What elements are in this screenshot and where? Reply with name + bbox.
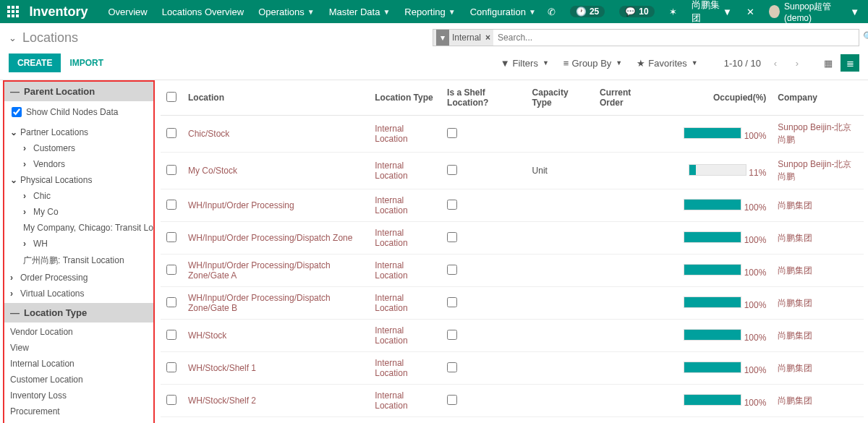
row-checkbox[interactable] — [166, 330, 176, 340]
location-type-item[interactable]: Procurement — [4, 403, 153, 419]
shelf-checkbox[interactable] — [447, 330, 457, 340]
section-location-type[interactable]: —Location Type — [4, 303, 153, 322]
remove-chip-icon[interactable]: × — [485, 33, 490, 43]
table-row[interactable]: WH/StockInternal Location 100%尚鹏集团 — [161, 320, 864, 352]
nav-overview[interactable]: Overview — [101, 0, 155, 23]
pager-prev-icon[interactable]: ‹ — [768, 56, 783, 70]
shelf-checkbox[interactable] — [447, 297, 457, 307]
location-link[interactable]: WH/Input/Order Processing/Dispatch Zone — [188, 233, 352, 243]
tree-item[interactable]: Partner Locations — [4, 124, 153, 140]
company-link[interactable]: 尚鹏集团 — [778, 396, 812, 406]
tree-item[interactable]: 广州尚鹏: Transit Location — [4, 252, 153, 270]
row-checkbox[interactable] — [166, 128, 176, 138]
search-input[interactable] — [493, 33, 859, 43]
table-row[interactable]: WH/Stock/Shelf 2Internal Location 100%尚鹏… — [161, 385, 864, 417]
location-link[interactable]: WH/Input/Order Processing/Dispatch Zone/… — [188, 260, 331, 281]
company-link[interactable]: Sunpop Beijin-北京尚鹏 — [778, 122, 851, 145]
groupby-menu[interactable]: ≡Group By▼ — [563, 58, 622, 69]
chevron-right-icon[interactable] — [23, 239, 30, 249]
location-link[interactable]: WH/Input/Order Processing/Dispatch Zone/… — [188, 293, 331, 313]
location-link[interactable]: My Co/Stock — [188, 166, 237, 176]
tree-item[interactable]: Virtual Locations — [4, 286, 153, 302]
import-button[interactable]: IMPORT — [61, 54, 112, 72]
row-checkbox[interactable] — [166, 297, 176, 307]
row-checkbox[interactable] — [166, 265, 176, 275]
company-link[interactable]: 尚鹏集团 — [778, 233, 812, 243]
chevron-right-icon[interactable] — [10, 273, 17, 283]
section-parent-location[interactable]: —Parent Location — [4, 82, 153, 101]
shelf-checkbox[interactable] — [447, 232, 457, 242]
close-icon[interactable]: ✕ — [742, 0, 759, 23]
create-button[interactable]: CREATE — [9, 54, 61, 72]
location-link[interactable]: WH/Stock/Shelf 2 — [188, 396, 256, 406]
tree-item[interactable]: Order Processing — [4, 270, 153, 286]
company-link[interactable]: 尚鹏集团 — [778, 363, 812, 373]
filters-menu[interactable]: ▼Filters▼ — [501, 58, 549, 69]
table-row[interactable]: WH/Input/Order Processing/Dispatch Zone/… — [161, 255, 864, 287]
table-row[interactable]: WH/Input/Order ProcessingInternal Locati… — [161, 189, 864, 222]
pager-next-icon[interactable]: › — [790, 56, 804, 70]
show-child-checkbox[interactable] — [12, 107, 22, 117]
location-link[interactable]: Chic/Stock — [188, 129, 229, 139]
table-row[interactable]: WH/Stock/Shelf 2/Small RefrigeratorInter… — [161, 417, 864, 424]
table-row[interactable]: WH/Input/Order Processing/Dispatch Zone/… — [161, 287, 864, 320]
row-checkbox[interactable] — [166, 232, 176, 242]
table-row[interactable]: Chic/StockInternal Location 100%Sunpop B… — [161, 116, 864, 153]
location-link[interactable]: WH/Stock — [188, 330, 226, 341]
shelf-checkbox[interactable] — [447, 362, 457, 372]
user-menu[interactable]: Sunpop超管(demo) ▼ — [765, 0, 864, 23]
shelf-checkbox[interactable] — [447, 128, 457, 138]
chevron-down-icon[interactable] — [10, 175, 17, 185]
col-occupied[interactable]: Occupied(%) — [655, 80, 772, 116]
shelf-checkbox[interactable] — [447, 395, 457, 405]
tree-item[interactable]: My Company, Chicago: Transit Location — [4, 220, 153, 236]
shelf-checkbox[interactable] — [447, 265, 457, 275]
company-link[interactable]: 尚鹏集团 — [778, 200, 812, 210]
debug-icon[interactable]: ✶ — [665, 0, 681, 23]
nav-configuration[interactable]: Configuration▼ — [463, 0, 543, 23]
chevron-right-icon[interactable] — [23, 207, 30, 217]
row-checkbox[interactable] — [166, 395, 176, 405]
tree-item[interactable]: Customers — [4, 140, 153, 156]
show-child-nodes-row[interactable]: Show Child Nodes Data — [4, 101, 153, 123]
nav-master-data[interactable]: Master Data▼ — [322, 0, 398, 23]
col-location-type[interactable]: Location Type — [369, 80, 441, 116]
search-chip-internal[interactable]: ▾ Internal × — [433, 30, 493, 46]
nav-reporting[interactable]: Reporting▼ — [397, 0, 462, 23]
search-box[interactable]: ▾ Internal × 🔍 — [433, 29, 859, 46]
row-checkbox[interactable] — [166, 165, 176, 175]
tree-item[interactable]: Vendors — [4, 156, 153, 172]
col-location[interactable]: Location — [182, 80, 369, 116]
select-all-checkbox[interactable] — [166, 92, 176, 102]
table-row[interactable]: My Co/StockInternal LocationUnit 11%Sunp… — [161, 153, 864, 189]
chevron-down-icon[interactable] — [10, 127, 17, 137]
row-checkbox[interactable] — [166, 362, 176, 372]
col-capacity[interactable]: Capacity Type — [527, 80, 594, 116]
row-checkbox[interactable] — [166, 200, 176, 210]
tree-item[interactable]: Chic — [4, 188, 153, 204]
location-type-item[interactable]: Customer Location — [4, 372, 153, 388]
company-link[interactable]: 尚鹏集团 — [778, 265, 812, 275]
shelf-checkbox[interactable] — [447, 165, 457, 175]
tree-item[interactable]: Physical Locations — [4, 172, 153, 188]
search-icon[interactable]: 🔍 — [863, 31, 868, 42]
chevron-right-icon[interactable] — [23, 143, 30, 153]
col-current-order[interactable]: Current Order — [594, 80, 655, 116]
company-link[interactable]: 尚鹏集团 — [778, 330, 812, 341]
nav-operations[interactable]: Operations▼ — [251, 0, 322, 23]
location-link[interactable]: WH/Stock/Shelf 1 — [188, 363, 256, 373]
activity-badge[interactable]: 🕐 25 — [566, 0, 609, 23]
apps-icon[interactable] — [4, 2, 22, 21]
location-type-item[interactable]: Vendor Location — [4, 324, 153, 340]
table-row[interactable]: WH/Stock/Shelf 1Internal Location 100%尚鹏… — [161, 352, 864, 385]
list-view-button[interactable]: ≣ — [841, 54, 859, 72]
tree-item[interactable]: My Co — [4, 204, 153, 220]
nav-locations-overview[interactable]: Locations Overview — [155, 0, 251, 23]
location-type-item[interactable]: View — [4, 340, 153, 356]
chevron-right-icon[interactable] — [10, 289, 17, 299]
company-link[interactable]: Sunpop Beijin-北京尚鹏 — [778, 159, 851, 181]
table-row[interactable]: WH/Input/Order Processing/Dispatch ZoneI… — [161, 222, 864, 255]
app-title[interactable]: Inventory — [29, 4, 88, 20]
pager-text[interactable]: 1-10 / 10 — [724, 58, 761, 69]
location-type-item[interactable]: Inventory Loss — [4, 388, 153, 403]
